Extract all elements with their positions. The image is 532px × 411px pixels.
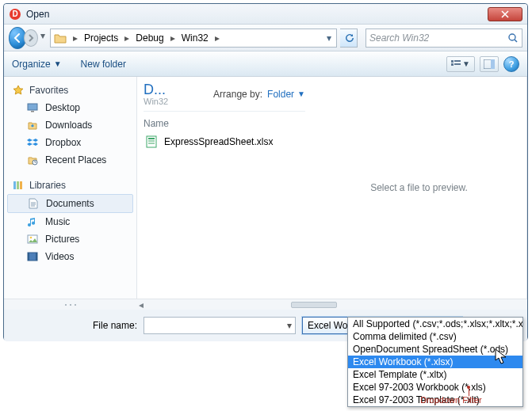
preview-pane: Select a file to preview. bbox=[312, 77, 526, 299]
nav-pane: Favorites Desktop Downloads Dropbox Rece… bbox=[4, 77, 137, 299]
filetype-option[interactable]: All Supported (*.csv;*.ods;*.xlsx;*.xltx… bbox=[348, 318, 522, 330]
filetype-option[interactable]: Excel 97-2003 Workbook (*.xls) bbox=[348, 381, 522, 394]
preview-empty-text: Select a file to preview. bbox=[370, 182, 468, 193]
open-dialog: D Open ▾ ▸ Projects▸ Debug▸ Win32▸ ▾ bbox=[3, 3, 528, 341]
search-icon bbox=[507, 32, 519, 44]
svg-point-14 bbox=[30, 237, 33, 239]
file-name: ExpressSpreadSheet.xlsx bbox=[164, 136, 273, 147]
file-list: D... Win32 Arrange by: Folder▼ Name Expr… bbox=[137, 77, 312, 299]
new-folder-button[interactable]: New folder bbox=[81, 59, 126, 70]
breadcrumb-item[interactable]: Projects▸ bbox=[81, 29, 132, 47]
nav-history: ▾ bbox=[9, 27, 47, 49]
app-icon: D bbox=[9, 8, 21, 21]
refresh-button[interactable] bbox=[340, 29, 358, 48]
recent-icon bbox=[26, 154, 39, 166]
svg-rect-3 bbox=[451, 63, 454, 66]
libraries-icon bbox=[12, 179, 25, 192]
svg-rect-12 bbox=[20, 181, 22, 189]
filetype-option[interactable]: Comma delimited (*.csv) bbox=[348, 330, 522, 343]
pictures-icon bbox=[26, 233, 39, 245]
view-options-button[interactable]: ▼ bbox=[446, 56, 475, 72]
breadcrumb-item[interactable]: Debug▸ bbox=[132, 29, 178, 47]
music-icon bbox=[26, 215, 39, 228]
nav-item-downloads[interactable]: Downloads bbox=[4, 116, 136, 134]
filetype-dropdown[interactable]: All Supported (*.csv;*.ods;*.xlsx;*.xltx… bbox=[347, 317, 523, 407]
nav-item-documents[interactable]: Documents bbox=[7, 194, 133, 213]
arrange-by: Arrange by: Folder▼ bbox=[213, 89, 305, 100]
nav-item-dropbox[interactable]: Dropbox bbox=[4, 134, 136, 151]
address-dropdown[interactable]: ▾ bbox=[322, 32, 336, 44]
svg-rect-19 bbox=[148, 138, 155, 139]
filename-input[interactable]: ▾ bbox=[144, 317, 296, 334]
recent-locations-button[interactable]: ▾ bbox=[38, 27, 47, 44]
content-heading: D... bbox=[144, 82, 168, 98]
navbar: ▾ ▸ Projects▸ Debug▸ Win32▸ ▾ Search Win… bbox=[4, 25, 527, 51]
svg-point-22 bbox=[65, 304, 67, 306]
forward-button[interactable] bbox=[24, 29, 38, 47]
close-button[interactable] bbox=[488, 7, 522, 21]
callout-label: Dropdown Filter bbox=[420, 395, 482, 405]
svg-rect-6 bbox=[491, 59, 495, 69]
svg-point-23 bbox=[70, 304, 71, 306]
desktop-icon bbox=[26, 101, 39, 114]
preview-pane-toggle[interactable] bbox=[480, 56, 499, 72]
help-button[interactable]: ? bbox=[503, 56, 519, 72]
svg-rect-10 bbox=[13, 181, 16, 189]
svg-rect-7 bbox=[28, 104, 37, 110]
nav-item-music[interactable]: Music bbox=[4, 213, 136, 230]
content-subheading: Win32 bbox=[144, 97, 168, 106]
svg-point-0 bbox=[509, 34, 515, 40]
filetype-option[interactable]: Excel Template (*.xltx) bbox=[348, 368, 522, 381]
search-placeholder: Search Win32 bbox=[369, 32, 429, 44]
svg-rect-17 bbox=[36, 253, 37, 261]
svg-rect-2 bbox=[454, 60, 461, 62]
command-bar: Organize▼ New folder ▼ ? bbox=[4, 51, 527, 77]
svg-rect-11 bbox=[17, 181, 19, 189]
svg-rect-21 bbox=[148, 143, 155, 144]
file-item[interactable]: ExpressSpreadSheet.xlsx bbox=[144, 132, 305, 151]
column-header-name[interactable]: Name bbox=[144, 112, 305, 132]
content-pane: D... Win32 Arrange by: Folder▼ Name Expr… bbox=[137, 77, 527, 299]
chevron-down-icon[interactable]: ▾ bbox=[287, 320, 292, 331]
nav-item-desktop[interactable]: Desktop bbox=[4, 99, 136, 116]
svg-point-24 bbox=[75, 304, 76, 306]
arrange-by-dropdown[interactable]: Folder▼ bbox=[267, 89, 305, 100]
svg-rect-8 bbox=[31, 111, 34, 112]
nav-item-videos[interactable]: Videos bbox=[4, 248, 136, 265]
breadcrumb-sep[interactable]: ▸ bbox=[70, 29, 81, 47]
documents-icon bbox=[27, 197, 40, 210]
downloads-icon bbox=[26, 119, 39, 131]
star-icon bbox=[12, 84, 25, 97]
svg-rect-4 bbox=[454, 63, 461, 65]
titlebar: D Open bbox=[4, 4, 527, 25]
videos-icon bbox=[26, 250, 39, 263]
filetype-option[interactable]: Excel Workbook (*.xlsx) bbox=[348, 356, 522, 368]
filename-label: File name: bbox=[93, 320, 137, 331]
folder-icon bbox=[54, 32, 67, 44]
search-input[interactable]: Search Win32 bbox=[366, 29, 522, 48]
svg-rect-1 bbox=[451, 60, 454, 63]
address-bar[interactable]: ▸ Projects▸ Debug▸ Win32▸ ▾ bbox=[50, 29, 337, 48]
body: Favorites Desktop Downloads Dropbox Rece… bbox=[4, 77, 527, 299]
nav-item-pictures[interactable]: Pictures bbox=[4, 230, 136, 248]
window-title: Open bbox=[26, 9, 488, 20]
svg-rect-16 bbox=[28, 253, 29, 261]
dropbox-icon bbox=[26, 136, 39, 149]
horizontal-scrollbar[interactable]: ◂ bbox=[4, 299, 527, 310]
xlsx-icon bbox=[145, 135, 158, 148]
libraries-header[interactable]: Libraries bbox=[4, 177, 136, 194]
breadcrumb-item[interactable]: Win32▸ bbox=[178, 29, 223, 47]
organize-menu[interactable]: Organize▼ bbox=[12, 59, 62, 70]
svg-rect-20 bbox=[148, 140, 155, 142]
favorites-header[interactable]: Favorites bbox=[4, 82, 136, 99]
filetype-option[interactable]: OpenDocument SpreadSheet (*.ods) bbox=[348, 343, 522, 356]
nav-item-recent[interactable]: Recent Places bbox=[4, 151, 136, 169]
